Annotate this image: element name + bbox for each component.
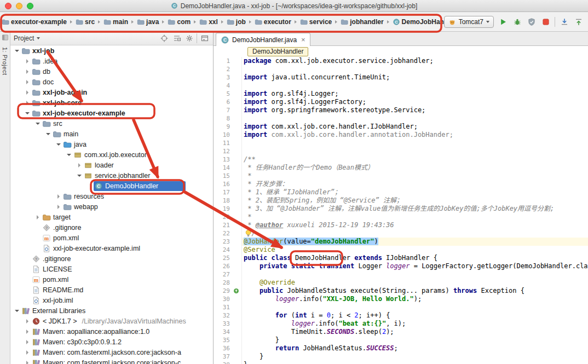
code-line[interactable]: 37 }	[214, 353, 588, 361]
line-number[interactable]: 6	[214, 98, 231, 106]
tree-expand-arrow[interactable]	[44, 133, 52, 135]
tree-item[interactable]: target	[10, 212, 213, 222]
code-line[interactable]: 1package com.xxl.job.executor.service.jo…	[214, 57, 588, 65]
code-line[interactable]: 21 * @author xuxueli 2015-12-19 19:43:36	[214, 221, 588, 229]
tree-collapse-arrow[interactable]	[23, 350, 31, 355]
code-line[interactable]: 11	[214, 139, 588, 147]
tab-demojobhandler[interactable]: C DemoJobHandler.java ×	[216, 33, 310, 46]
breadcrumb-item[interactable]: java	[136, 17, 159, 27]
tree-item[interactable]: Maven: c3p0:c3p0:0.9.1.2	[10, 337, 213, 347]
tree-collapse-arrow[interactable]	[23, 319, 31, 323]
breadcrumb-item[interactable]: jobhandler	[340, 17, 384, 27]
tree-item[interactable]: loader	[10, 160, 213, 170]
close-tab-icon[interactable]: ×	[301, 37, 305, 43]
tree-item[interactable]: main	[10, 129, 213, 139]
tree-item[interactable]: Maven: com.fasterxml.jackson.core:jackso…	[10, 357, 213, 364]
tree-item[interactable]: db	[10, 66, 213, 77]
code-line[interactable]: 26 private static transient Logger logge…	[214, 262, 588, 270]
intention-bulb-icon[interactable]	[244, 229, 252, 238]
code-line[interactable]: 28 @Override	[214, 279, 588, 287]
tree-expand-arrow[interactable]	[23, 112, 31, 114]
tree-item[interactable]: resources	[10, 191, 213, 201]
line-number[interactable]: 33	[214, 320, 231, 328]
tree-item[interactable]: External Libraries	[10, 305, 213, 316]
breadcrumb-item[interactable]: job	[226, 17, 246, 27]
project-view-selector[interactable]: Project	[14, 34, 40, 42]
line-number[interactable]: 21	[214, 221, 231, 229]
line-number[interactable]: 22	[214, 229, 231, 238]
line-number[interactable]: 10	[214, 131, 231, 139]
tree-expand-arrow[interactable]	[65, 154, 73, 156]
tree-item[interactable]: xxl-job-executor-example	[10, 108, 213, 118]
tree-item[interactable]: CDemoJobHandler	[10, 181, 213, 191]
line-number[interactable]: 19	[214, 205, 231, 213]
override-icon[interactable]	[231, 287, 241, 295]
code-line[interactable]: 30 logger.info("XXL-JOB, Hello World.");	[214, 295, 588, 303]
tree-expand-arrow[interactable]	[54, 143, 62, 146]
tree-collapse-arrow[interactable]	[54, 194, 62, 199]
line-number[interactable]: 38	[214, 361, 231, 364]
line-number[interactable]: 20	[214, 213, 231, 221]
code-line[interactable]: 29 public JobHandleStatus execute(String…	[214, 287, 588, 295]
tree-item[interactable]: webapp	[10, 201, 213, 212]
hide-panel-icon[interactable]	[199, 33, 210, 44]
breadcrumb-item[interactable]: src	[75, 17, 95, 27]
debug-button[interactable]	[512, 16, 522, 27]
tree-item[interactable]: java	[10, 139, 213, 149]
code-line[interactable]: 25public class DemoJobHandler extends IJ…	[214, 254, 588, 262]
tree-expand-arrow[interactable]	[13, 310, 21, 312]
code-line[interactable]: 31	[214, 303, 588, 311]
tree-collapse-arrow[interactable]	[75, 163, 83, 167]
code-line[interactable]: 7import org.springframework.stereotype.S…	[214, 106, 588, 114]
vcs-update-button[interactable]	[559, 16, 569, 27]
line-number[interactable]: 34	[214, 328, 231, 336]
code-line[interactable]: 22 */	[214, 229, 588, 238]
tree-collapse-arrow[interactable]	[23, 80, 31, 84]
line-number[interactable]: 15	[214, 172, 231, 180]
line-number[interactable]: 24	[214, 246, 231, 254]
breadcrumb-item[interactable]: main	[103, 17, 129, 27]
code-line[interactable]: 3import java.util.concurrent.TimeUnit;	[214, 73, 588, 82]
line-number[interactable]: 31	[214, 303, 231, 311]
breadcrumb-item[interactable]: executor	[254, 17, 292, 27]
tree-item[interactable]: README.md	[10, 285, 213, 295]
tree-collapse-arrow[interactable]	[23, 340, 31, 344]
code-editor[interactable]: 1package com.xxl.job.executor.service.jo…	[214, 57, 588, 364]
tree-item[interactable]: service.jobhandler	[10, 170, 213, 181]
line-number[interactable]: 4	[214, 82, 231, 90]
code-line[interactable]: 12	[214, 147, 588, 155]
line-number[interactable]: 29	[214, 287, 231, 295]
run-button[interactable]	[498, 16, 508, 27]
tree-collapse-arrow[interactable]	[33, 215, 42, 219]
line-number[interactable]: 36	[214, 344, 231, 353]
breadcrumb-item[interactable]: xxl	[199, 17, 218, 27]
code-line[interactable]: 14 * 任务Handler的一个Demo（Bean模式）	[214, 164, 588, 172]
breadcrumb-item[interactable]: com	[167, 17, 191, 27]
tree-item[interactable]: xxl-job-admin	[10, 87, 213, 97]
code-line[interactable]: 2	[214, 65, 588, 73]
code-line[interactable]: 4	[214, 82, 588, 90]
tree-collapse-arrow[interactable]	[23, 59, 31, 63]
line-number[interactable]: 16	[214, 180, 231, 188]
tree-item[interactable]: ?.gitignore	[10, 222, 213, 233]
code-line[interactable]: 19 * 3、加 “@JobHander” 注解，注解value值为新增任务生成…	[214, 205, 588, 213]
line-number[interactable]: 5	[214, 90, 231, 98]
line-number[interactable]: 13	[214, 155, 231, 164]
tree-item[interactable]: mpom.xml	[10, 274, 213, 285]
tree-item[interactable]: com.xxl.job.executor	[10, 149, 213, 160]
tree-item[interactable]: xxl-job.iml	[10, 295, 213, 305]
tree-expand-arrow[interactable]	[13, 50, 21, 52]
code-line[interactable]: 9import com.xxl.job.core.handler.IJobHan…	[214, 123, 588, 131]
line-number[interactable]: 1	[214, 57, 231, 65]
tree-item[interactable]: < JDK1.7 >/Library/Java/JavaVirtualMachi…	[10, 316, 213, 326]
coverage-button[interactable]	[526, 16, 537, 27]
project-tool-window-button[interactable]: 1: Project	[2, 47, 8, 75]
tree-item[interactable]: Maven: com.fasterxml.jackson.core:jackso…	[10, 347, 213, 357]
line-number[interactable]: 30	[214, 295, 231, 303]
tree-item[interactable]: xxl-job-core	[10, 97, 213, 108]
line-number[interactable]: 23	[214, 238, 231, 246]
line-number[interactable]: 12	[214, 147, 231, 155]
tree-collapse-arrow[interactable]	[23, 101, 31, 105]
code-line[interactable]: 8	[214, 114, 588, 123]
code-line[interactable]: 18 * 2、装配到Spring，例如加 “@Service” 注解；	[214, 197, 588, 205]
